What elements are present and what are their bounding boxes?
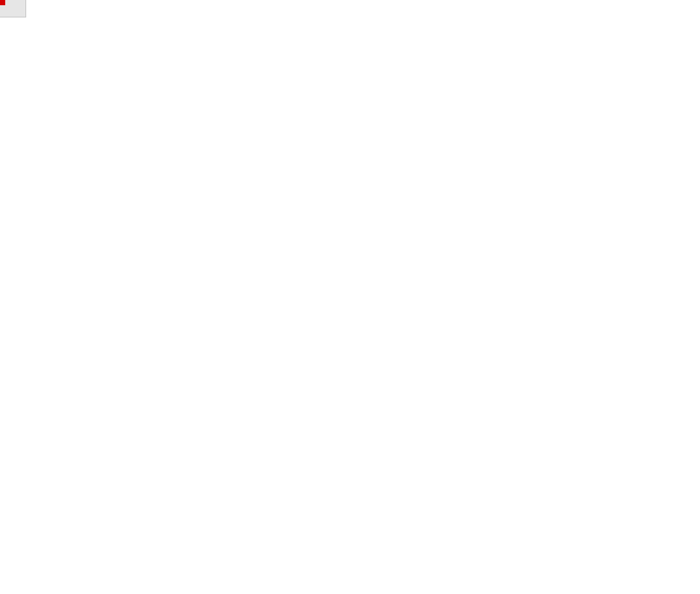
select-all-corner[interactable] [0, 0, 26, 17]
spreadsheet [0, 0, 700, 594]
